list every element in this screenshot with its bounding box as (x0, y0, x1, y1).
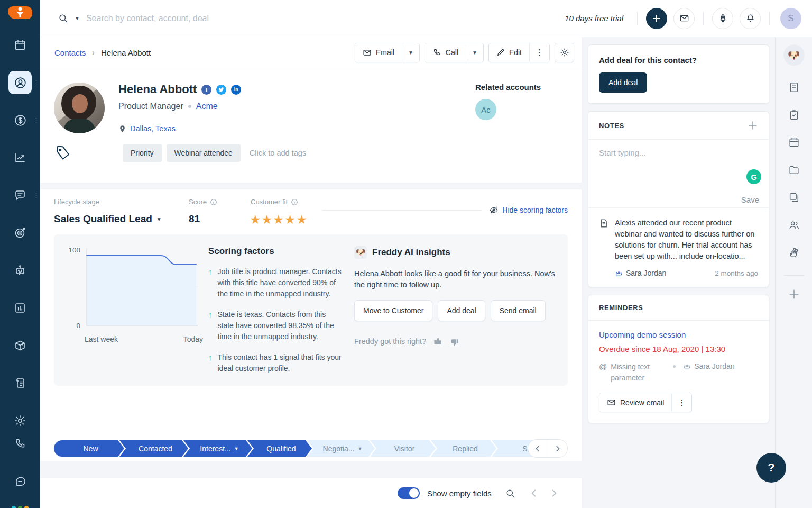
hide-scoring-factors-link[interactable]: Hide scoring factors (489, 205, 568, 215)
pipeline-stage-visitor[interactable]: Visitor (370, 440, 436, 457)
right-panel: Add deal for this contact? Add deal NOTE… (588, 37, 769, 508)
fields-next-button[interactable] (549, 488, 559, 498)
contact-photo[interactable] (54, 83, 105, 133)
add-deal-suggestion-button[interactable]: Add deal (438, 300, 485, 321)
user-avatar[interactable]: S (780, 8, 801, 29)
sidebar-item-deals[interactable]: ⋮ (0, 108, 40, 132)
search-scope-caret-icon[interactable]: ▼ (75, 15, 80, 21)
call-dropdown-button[interactable]: ▼ (466, 43, 483, 62)
sidebar-item-phone[interactable] (0, 432, 40, 456)
reminders-header: REMINDERS (599, 304, 643, 312)
email-inbox-button[interactable] (673, 8, 695, 29)
twitter-icon[interactable] (216, 85, 226, 95)
info-icon[interactable] (291, 198, 298, 206)
whats-new-button[interactable] (712, 8, 733, 29)
add-tags-field[interactable]: Click to add tags (250, 149, 306, 157)
facebook-icon[interactable]: f (201, 85, 211, 95)
pipeline-stage-replied[interactable]: Replied (431, 440, 496, 457)
sidebar-item-settings[interactable] (0, 409, 40, 432)
phone-icon (14, 438, 26, 450)
app-switcher-icon[interactable] (12, 506, 29, 508)
sidebar-item-conversations[interactable]: ⋮ (0, 184, 40, 207)
grammarly-icon[interactable]: G (746, 169, 761, 184)
pipeline-stage-interested[interactable]: Interest...▼ (183, 440, 252, 457)
contacts-kebab-icon[interactable]: ⋮ (33, 80, 39, 85)
calendar-icon (788, 137, 800, 148)
freddy-dock-avatar[interactable]: 🐶 (783, 44, 805, 66)
notifications-button[interactable] (740, 8, 761, 29)
tag-icon[interactable] (54, 144, 72, 162)
move-to-customer-button[interactable]: Move to Customer (354, 300, 432, 321)
show-empty-fields-toggle[interactable] (398, 487, 420, 499)
reminder-more-button[interactable]: ⋮ (671, 393, 691, 412)
field-search-button[interactable] (505, 488, 515, 498)
linkedin-icon[interactable]: in (231, 85, 241, 95)
section-gap (40, 461, 582, 478)
search-input[interactable] (86, 14, 308, 23)
sidebar-item-reports[interactable] (0, 296, 40, 320)
contacts-widget-button[interactable] (788, 219, 800, 231)
page-settings-button[interactable] (555, 43, 574, 62)
score-label: Score (189, 198, 207, 206)
call-button[interactable]: Call (425, 43, 466, 62)
email-dropdown-button[interactable]: ▼ (402, 43, 419, 62)
note-input[interactable] (599, 148, 758, 173)
freddy-title: Freddy AI insights (372, 247, 450, 258)
breadcrumb-contacts-link[interactable]: Contacts (54, 48, 86, 57)
breadcrumb: Contacts › Helena Abbott Email ▼ Call ▼ … (40, 37, 582, 68)
add-note-button[interactable] (748, 120, 758, 131)
help-button[interactable]: ? (756, 453, 786, 483)
related-account-avatar[interactable]: Ac (475, 99, 496, 120)
thumbs-down-icon[interactable] (450, 338, 459, 347)
notes-widget-button[interactable] (788, 81, 800, 93)
sidebar-item-documents[interactable] (0, 371, 40, 395)
note-save-button[interactable]: Save (741, 195, 759, 204)
pipeline-stage-negotiation[interactable]: Negotia...▼ (307, 440, 375, 457)
send-email-suggestion-button[interactable]: Send email (491, 300, 546, 321)
chevron-left-icon (529, 488, 539, 498)
tasks-widget-button[interactable] (788, 109, 800, 121)
thumbs-up-icon[interactable] (433, 337, 442, 346)
tag-chip[interactable]: Webinar attendee (167, 144, 241, 162)
freddy-insights: 🐶 Freddy AI insights Helena Abbott looks… (354, 246, 555, 374)
arrow-up-icon: ↑ (208, 266, 213, 300)
contact-job-title: Product Manager (118, 102, 183, 111)
divider (322, 210, 482, 211)
email-button[interactable]: Email (355, 43, 402, 62)
lifecycle-stage-dropdown[interactable]: Sales Qualified Lead▼ (54, 213, 189, 225)
pipeline-prev-button[interactable] (528, 440, 548, 457)
search-icon[interactable] (58, 13, 68, 23)
appointments-widget-button[interactable] (788, 137, 800, 148)
main-content: Contacts › Helena Abbott Email ▼ Call ▼ … (40, 37, 582, 508)
files-widget-button[interactable] (788, 164, 800, 176)
pipeline-next-button[interactable] (548, 440, 568, 457)
reminder-title-link[interactable]: Upcoming demo session (599, 330, 758, 339)
sidebar-item-analytics[interactable] (0, 146, 40, 169)
tag-chip[interactable]: Priority (123, 144, 162, 162)
fields-prev-button[interactable] (529, 488, 539, 498)
more-actions-button[interactable]: ⋮ (529, 43, 549, 62)
edit-button[interactable]: Edit (489, 43, 529, 62)
note-list-item[interactable]: Alexis attended our recent product webin… (588, 207, 769, 287)
chat-kebab-icon[interactable]: ⋮ (33, 193, 39, 198)
pipeline-stage-contacted[interactable]: Contacted (119, 440, 188, 457)
contact-location-link[interactable]: Dallas, Texas (130, 124, 176, 133)
info-icon[interactable] (210, 198, 217, 206)
sidebar-item-bots[interactable] (0, 259, 40, 282)
duplicates-widget-button[interactable] (788, 192, 800, 203)
add-widget-button[interactable] (788, 288, 800, 300)
deals-kebab-icon[interactable]: ⋮ (33, 117, 39, 123)
pipeline-stage-qualified[interactable]: Qualified (247, 440, 312, 457)
sidebar-item-products[interactable] (0, 334, 40, 357)
pipeline-stage-new[interactable]: New (54, 440, 124, 457)
add-deal-button[interactable]: Add deal (599, 72, 647, 93)
account-link[interactable]: Acme (196, 102, 218, 111)
review-email-button[interactable]: Review email (599, 393, 671, 412)
freshworks-logo[interactable] (8, 6, 32, 19)
sidebar-item-marketing[interactable] (0, 221, 40, 244)
quick-add-button[interactable] (646, 8, 667, 29)
sidebar-item-helpdesk-chat[interactable] (0, 470, 40, 493)
sidebar-item-calendar[interactable] (0, 33, 40, 57)
freddy-skills-widget-button[interactable] (788, 247, 800, 258)
sidebar-item-contacts[interactable]: ⋮ (0, 71, 40, 94)
